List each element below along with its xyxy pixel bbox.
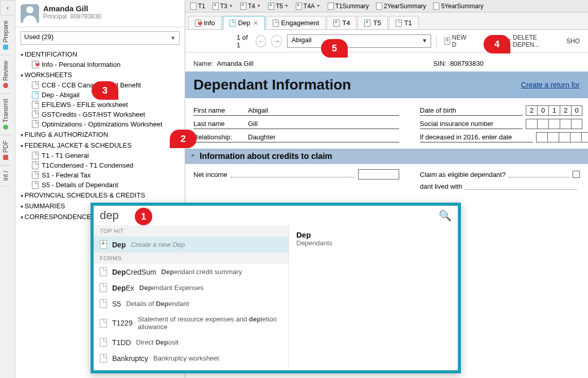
rail-label: Prepare (2, 21, 9, 43)
dt-label: T5 (276, 3, 283, 10)
result-desc: Statement of resource expenses and deple… (138, 315, 282, 331)
new-dependant-button[interactable]: NEW D (441, 32, 472, 50)
meta-sin-label: SIN: (433, 60, 446, 67)
tree-item-gst[interactable]: GSTCredits - GST/HST Worksheet (17, 110, 183, 119)
close-icon[interactable]: ✕ (253, 20, 258, 27)
date-cell: 0 (571, 105, 582, 116)
result-code: Bankruptcy (112, 354, 148, 363)
date-cell (571, 119, 582, 129)
dt-label: T1 (198, 3, 205, 10)
left-rail: ‹ Prepare Review Transmit PDF int / (0, 0, 15, 378)
doc-plus-icon (444, 38, 450, 45)
last-name-field[interactable]: Gill (245, 119, 399, 129)
rail-tab-transmit[interactable]: Transmit (0, 94, 11, 135)
tab-t1[interactable]: T1 (389, 16, 419, 29)
search-icon[interactable]: 🔍 (439, 209, 452, 222)
tab-info[interactable]: Info (188, 16, 222, 29)
create-return-link[interactable]: Create a return for (521, 81, 580, 89)
date-cell (581, 132, 588, 142)
result-row[interactable]: T1229 Statement of resource expenses and… (94, 312, 289, 334)
dt-t1summary[interactable]: T1Summary (325, 2, 372, 11)
tree-section-prov[interactable]: PROVINCIAL SCHEDULES & CREDITS (17, 190, 183, 201)
tab-dep[interactable]: Dep✕ (223, 16, 265, 30)
dependant-select[interactable]: Abigail (287, 34, 431, 48)
tree-section-identification[interactable]: IDENTIFICATION (17, 49, 183, 60)
preview-title: Dep (296, 230, 451, 239)
tree-item-t1c[interactable]: T1Condensed - T1 Condensed (17, 160, 183, 170)
result-code: T1229 (112, 319, 133, 327)
net-income-field[interactable] (358, 169, 399, 179)
first-name-field[interactable]: Abigail (245, 105, 399, 116)
meta-sin-value: 808793830 (450, 60, 484, 67)
rail-back-button[interactable]: ‹ (0, 0, 15, 15)
rail-tab-print[interactable]: int / (0, 166, 11, 186)
doc-plus-icon (364, 20, 370, 27)
rail-tab-review[interactable]: Review (0, 56, 11, 94)
delete-dependant-button[interactable]: ✖DELETE DEPEN... (503, 32, 558, 50)
dt-5year[interactable]: 5YearSummary (430, 2, 486, 11)
btn-label: SHO (566, 38, 580, 45)
result-top-hit[interactable]: Dep Create a new Dep (94, 237, 289, 253)
prev-button[interactable]: ← (256, 35, 266, 47)
doc-icon (32, 91, 39, 99)
tab-t4[interactable]: T4 (327, 16, 357, 29)
result-row[interactable]: DepEx Dependant Expenses (94, 280, 289, 296)
deceased-field[interactable] (536, 132, 588, 142)
tree-item-info[interactable]: Info - Personal Information (17, 60, 183, 69)
show-button[interactable]: SHO (563, 35, 583, 47)
search-results-list: TOP HIT Dep Create a new Dep FORMS DepCr… (94, 225, 289, 367)
tree-item-efilews[interactable]: EFILEWS - EFILE worksheet (17, 100, 183, 110)
result-code: DepCredSum (112, 268, 156, 276)
search-preview: Dep Dependants (289, 225, 458, 367)
result-row[interactable]: S5 Details of Dependant (94, 296, 289, 312)
tree-item-t1[interactable]: T1 - T1 General (17, 151, 183, 160)
doc-plus-icon (212, 3, 219, 10)
tab-engagement[interactable]: Engagement (266, 16, 326, 29)
first-name-label: First name (193, 105, 245, 116)
tab-label: Info (204, 19, 215, 27)
tree-item-opt[interactable]: Optimizations - Optimizations Worksheet (17, 119, 183, 129)
dt-2year[interactable]: 2YearSummary (373, 2, 429, 11)
form-title: Dependant Information (193, 77, 351, 93)
date-cell: 1 (548, 105, 560, 116)
date-cell (526, 119, 537, 129)
result-row[interactable]: T1DD Direct Deposit (94, 334, 289, 350)
rail-tab-prepare[interactable]: Prepare (0, 15, 11, 56)
doc-icon (376, 3, 382, 10)
dt-t4a[interactable]: T4A▼ (293, 2, 324, 11)
dt-t3[interactable]: T3▼ (209, 2, 236, 11)
tree-item-s1[interactable]: S1 - Federal Tax (17, 170, 183, 180)
tree-section-worksheets[interactable]: WORKSHEETS (17, 69, 183, 80)
result-row[interactable]: DepCredSum Dependant credit summary (94, 264, 289, 280)
section-title: Information about credits to claim (200, 152, 332, 161)
dt-label: T3 (220, 3, 227, 10)
preview-subtitle: Dependants (296, 239, 451, 247)
rail-tab-pdf[interactable]: PDF (0, 135, 11, 166)
tree-section-federal[interactable]: FEDERAL JACKET & SCHEDULES (17, 140, 183, 151)
relationship-field[interactable]: Daughter (245, 132, 399, 142)
tree-label: S5 - Details of Dependant (42, 181, 118, 189)
dob-field[interactable]: 2 0 1 2 0 (526, 105, 582, 116)
dt-t1[interactable]: T1 (187, 2, 208, 11)
tab-label: T1 (404, 19, 412, 27)
chevron-down-icon: ▼ (257, 4, 261, 8)
doc-icon (396, 20, 402, 27)
eligible-checkbox[interactable] (573, 171, 580, 178)
dt-t4[interactable]: T4▼ (237, 2, 264, 11)
date-cell (536, 132, 547, 142)
filter-select[interactable]: Used (29) (21, 31, 180, 45)
result-row[interactable]: Bankruptcy Bankruptcy worksheet (94, 350, 289, 366)
select-value: Abigail (292, 36, 312, 44)
date-cell (570, 132, 581, 142)
section-credits[interactable]: Information about credits to claim (185, 149, 588, 164)
dt-t5[interactable]: T5▼ (265, 2, 292, 11)
last-name-label: Last name (193, 119, 245, 129)
tree-section-filing[interactable]: FILING & AUTHORIZATION (17, 129, 183, 140)
tree-item-s5[interactable]: S5 - Details of Dependant (17, 180, 183, 190)
tab-t5[interactable]: T5 (358, 16, 387, 29)
filter-box: Used (29) (21, 31, 180, 45)
next-button[interactable]: → (271, 35, 281, 47)
sin-field[interactable] (526, 119, 582, 129)
deceased-label: If deceased in 2016, enter date (420, 132, 533, 142)
doc-plus-icon (296, 3, 302, 10)
